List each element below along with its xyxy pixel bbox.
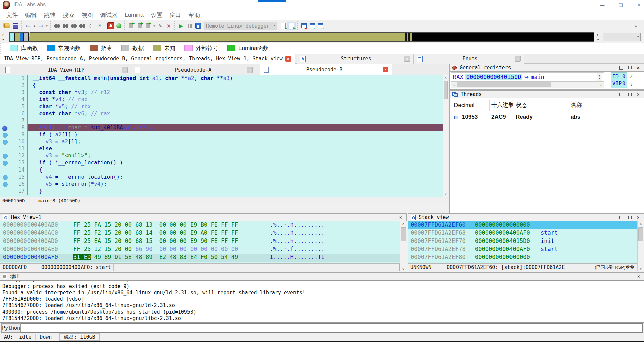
menu-edit[interactable]: 编辑 [21, 11, 40, 19]
debugger-window-add-icon[interactable]: + [308, 22, 316, 30]
back-icon[interactable]: ← [24, 22, 32, 30]
menu-file[interactable]: 文件 [3, 11, 21, 19]
scroll-up-icon[interactable]: ∧ [638, 221, 644, 227]
panel-restore-icon[interactable] [629, 275, 632, 278]
add-breakpoint-icon[interactable] [127, 22, 135, 30]
thread-hex[interactable]: 2AC9 [491, 112, 506, 122]
menu-search[interactable]: 搜索 [59, 11, 78, 19]
current-line-indicator[interactable] [2, 125, 8, 132]
maximize-icon[interactable]: ❑ [617, 0, 624, 10]
scroll-thumb[interactable] [457, 82, 551, 87]
menu-debugger[interactable]: 调试器 [97, 11, 121, 19]
registers-hscrollbar[interactable]: ‹ › [451, 82, 604, 88]
minimize-icon[interactable]: — [599, 0, 606, 10]
pseudocode-scrollbar[interactable]: ∧ ∨ [443, 75, 448, 197]
scroll-left-icon[interactable]: ‹ [451, 82, 457, 87]
add-watch-icon[interactable] [144, 22, 152, 30]
debugger-combo[interactable]: Remote Linux debugger [204, 22, 277, 30]
pseudocode-line-6[interactable]: 6 const char *v6; // rax [0, 110, 448, 117]
colors-icon[interactable]: A [107, 22, 114, 29]
pseudocode-line-7[interactable]: 7 [0, 117, 448, 124]
tab-debug-desktop[interactable]: IDA View-RIP, Pseudocode-A, Pseudocode-B… [0, 54, 295, 64]
back-dropdown-icon[interactable]: ▾ [33, 22, 36, 30]
stack-scrollbar[interactable]: ∧ ∨ [637, 221, 644, 271]
edit-breakpoint-icon[interactable]: ✎ [156, 22, 164, 30]
scroll-down-icon[interactable]: ∨ [638, 266, 644, 271]
threads-col-decimal[interactable]: Decimal [454, 100, 487, 111]
navband-right-arrow-icon[interactable]: ▸ [596, 32, 600, 37]
stop-process-icon[interactable] [194, 22, 202, 30]
scroll-thumb[interactable] [401, 227, 406, 241]
output-titlebar[interactable]: 输出 × [0, 272, 644, 280]
night-mode-icon[interactable]: ☾ [87, 22, 95, 30]
breakpoint-dot[interactable] [3, 140, 8, 145]
pseudocode-line-2[interactable]: 2{ [0, 82, 448, 89]
search-binary-icon[interactable] [61, 22, 69, 30]
scroll-right-icon[interactable]: › [598, 82, 604, 87]
scroll-thumb[interactable] [638, 227, 643, 241]
thread-name[interactable]: abs [571, 112, 580, 122]
pseudocode-line-8[interactable]: 8 a2[1] = (char *)sub_4010BA(a1, a2); [0, 124, 448, 131]
navband-left-arrow-icon[interactable]: ◂ [596, 37, 600, 42]
tab-structures[interactable]: A Structures ✕ [297, 54, 414, 64]
panel-close-icon[interactable]: × [637, 215, 640, 219]
pseudocode-line-17[interactable]: 17 } [0, 188, 448, 195]
search-text-icon[interactable] [53, 22, 61, 30]
step-into-icon[interactable] [287, 22, 296, 30]
pseudocode-line-9[interactable]: 9 if ( a2[1] ) [0, 131, 448, 138]
pseudocode-line-3[interactable]: 3 const char *v3; // r12 [0, 89, 448, 96]
panel-maximize-icon[interactable] [619, 216, 623, 219]
tab-pseudocode-b[interactable]: Pseudocode-B ✕ [260, 64, 392, 75]
hex-row-2[interactable]: 0000000000400AD0FF 25 EA 15 20 00 68 15 … [0, 237, 400, 246]
pseudocode-line-13[interactable]: 13 if ( *__errno_location() ) [0, 159, 448, 166]
stack-row-2[interactable]: 00007FFD61A2EF7000000000004015D0init [408, 237, 637, 246]
breakpoint-dot[interactable] [3, 161, 8, 166]
register-value[interactable]: 000000000040150D [465, 74, 522, 80]
general-registers-titlebar[interactable]: General registers × [449, 64, 644, 72]
pseudocode-line-14[interactable]: 14 { [0, 166, 448, 174]
python-cli-button[interactable]: Python [1, 323, 21, 333]
menu-help[interactable]: 帮助 [185, 11, 204, 19]
scroll-down-icon[interactable]: ∨ [400, 266, 407, 271]
output-log[interactable]: Debugger: process has exited (exit code … [0, 280, 644, 323]
tab-pseudocode-b-close-icon[interactable]: ✕ [383, 67, 388, 72]
threads-col-name[interactable]: 名称 [571, 100, 621, 111]
hex-view-titlebar[interactable]: Hex View-1 × [0, 213, 407, 221]
navigation-band[interactable] [9, 32, 594, 42]
pseudocode-line-16[interactable]: 16 v5 = strerror(*v4); [0, 181, 448, 188]
pseudocode-line-10[interactable]: 10 v3 = a2[1]; [0, 138, 448, 145]
delete-breakpoint-icon[interactable]: × [165, 22, 173, 30]
pseudocode-line-1[interactable]: 1__int64 __fastcall main(unsigned int a1… [0, 75, 448, 82]
python-input[interactable] [21, 323, 643, 333]
panel-restore-icon[interactable] [628, 93, 632, 96]
stack-row-3[interactable]: 00007FFD61A2EF780000000000400AF0start [408, 246, 637, 254]
pause-process-icon[interactable] [185, 22, 194, 30]
breakpoint-dot[interactable] [3, 175, 8, 180]
hex-scrollbar[interactable]: ∧ ∨ [400, 221, 407, 271]
navband-up-arrow-icon[interactable]: ▸ [1, 32, 6, 37]
navband-down-arrow-icon[interactable]: ▸ [1, 37, 6, 42]
panel-restore-icon[interactable] [628, 216, 632, 219]
debugger-window-breakpoints-icon[interactable]: ● [300, 22, 308, 30]
register-target[interactable]: main [531, 74, 544, 80]
stack-dump[interactable]: 00007FFD61A2EF60000000000000000000007FFD… [408, 221, 637, 263]
search-bytes-icon[interactable] [70, 22, 78, 30]
open-file-icon[interactable] [3, 22, 11, 30]
flags-scrollbar[interactable]: ∧∨ [628, 72, 634, 88]
panel-maximize-icon[interactable] [620, 275, 623, 278]
tab-ida-view-rip[interactable]: IDA View-RIP ✕ [2, 65, 131, 75]
pseudocode-line-4[interactable]: 4 int *v4; // rax [0, 96, 448, 103]
threads-col-hex[interactable]: 十六进制 [491, 100, 513, 111]
debugger-window-close-icon[interactable]: × [317, 22, 325, 30]
thread-status[interactable]: Ready [516, 112, 533, 122]
forward-icon[interactable]: → [37, 22, 45, 30]
panel-close-icon[interactable]: × [637, 92, 640, 96]
tab-enums[interactable]: Enums ✕ [414, 54, 524, 64]
add-hardware-breakpoint-icon[interactable] [136, 22, 144, 30]
breakpoint-dot[interactable] [3, 182, 8, 187]
thread-decimal[interactable]: 10953 [462, 112, 478, 122]
panel-restore-icon[interactable] [628, 66, 632, 69]
pseudocode-line-5[interactable]: 5 char *v5; // rbx [0, 103, 448, 110]
menu-lumina[interactable]: Lumina [121, 12, 147, 18]
tab-ida-view-rip-close-icon[interactable]: ✕ [122, 67, 128, 73]
